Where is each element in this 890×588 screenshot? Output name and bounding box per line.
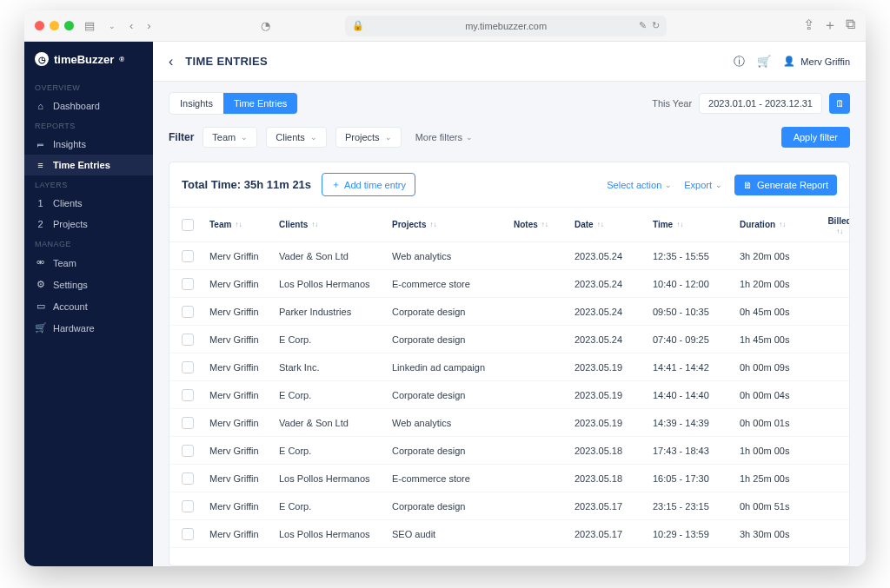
chevron-down-icon: ⌄ xyxy=(466,133,473,142)
sort-icon: ↑↓ xyxy=(429,222,436,227)
cell-time: 17:43 - 18:43 xyxy=(653,446,740,456)
user-name: Merv Griffin xyxy=(800,56,850,67)
col-notes[interactable]: Notes↑↓ xyxy=(514,220,575,229)
sort-icon: ↑↓ xyxy=(311,222,318,227)
sort-icon: ↑↓ xyxy=(541,222,548,227)
col-duration[interactable]: Duration↑↓ xyxy=(740,220,818,229)
cell-duration: 1h 25m 00s xyxy=(740,473,818,484)
add-time-entry-button[interactable]: ＋Add time entry xyxy=(322,173,415,196)
col-projects[interactable]: Projects↑↓ xyxy=(392,220,514,229)
tab-insights[interactable]: Insights xyxy=(169,93,223,114)
sidebar: ◷ timeBuzzer® OVERVIEW⌂DashboardREPORTS⫭… xyxy=(24,42,153,566)
shield-icon[interactable]: ◔ xyxy=(257,19,274,32)
help-icon[interactable]: ⓘ xyxy=(734,54,745,69)
filter-team[interactable]: Team⌄ xyxy=(203,127,257,148)
row-checkbox[interactable] xyxy=(182,445,194,457)
share-icon[interactable]: ⇪ xyxy=(803,17,814,35)
table-row[interactable]: Merv GriffinLos Pollos HermanosE-commerc… xyxy=(169,465,849,492)
tab-time-entries[interactable]: Time Entries xyxy=(223,93,297,114)
cell-project: Corporate design xyxy=(392,334,514,345)
nav-section: MANAGE xyxy=(24,235,153,252)
nav-icon: 🛒 xyxy=(35,322,46,334)
filter-clients[interactable]: Clients⌄ xyxy=(266,127,327,148)
sidebar-toggle-icon[interactable]: ▤ xyxy=(81,19,98,32)
row-checkbox[interactable] xyxy=(182,361,194,373)
tabs-icon[interactable]: ⧉ xyxy=(846,17,855,35)
row-checkbox[interactable] xyxy=(182,389,194,401)
back-icon[interactable]: ‹ xyxy=(126,19,136,32)
row-checkbox[interactable] xyxy=(182,417,194,429)
sidebar-item-insights[interactable]: ⫭Insights xyxy=(24,134,153,155)
back-button[interactable]: ‹ xyxy=(169,54,173,69)
table-row[interactable]: Merv GriffinParker IndustriesCorporate d… xyxy=(169,298,849,326)
col-time[interactable]: Time↑↓ xyxy=(653,220,740,229)
row-checkbox[interactable] xyxy=(182,306,194,318)
table-row[interactable]: Merv GriffinE Corp.Corporate design2023.… xyxy=(169,381,849,409)
cell-team: Merv Griffin xyxy=(209,390,279,400)
brand[interactable]: ◷ timeBuzzer® xyxy=(24,42,153,78)
cell-project: E-commerce store xyxy=(392,279,514,289)
cell-team: Merv Griffin xyxy=(209,529,279,539)
select-all-checkbox[interactable] xyxy=(182,219,194,231)
table-row[interactable]: Merv GriffinLos Pollos HermanosSEO audit… xyxy=(169,520,849,548)
cell-date: 2023.05.19 xyxy=(575,362,653,373)
export-dropdown[interactable]: Export⌄ xyxy=(684,180,722,190)
sidebar-item-projects[interactable]: 2Projects xyxy=(24,214,153,235)
cell-project: Corporate design xyxy=(392,390,514,400)
col-date[interactable]: Date↑↓ xyxy=(575,220,653,229)
new-tab-icon[interactable]: ＋ xyxy=(823,17,837,35)
chevron-down-icon: ⌄ xyxy=(310,133,317,142)
row-checkbox[interactable] xyxy=(182,500,194,512)
more-filters[interactable]: More filters⌄ xyxy=(415,132,473,142)
page-title: TIME ENTRIES xyxy=(185,55,268,68)
sidebar-item-label: Settings xyxy=(53,280,88,290)
cell-team: Merv Griffin xyxy=(209,362,279,373)
chevron-down-icon[interactable]: ⌄ xyxy=(105,22,119,30)
generate-report-button[interactable]: 🗎Generate Report xyxy=(734,175,837,195)
select-action-dropdown[interactable]: Select action⌄ xyxy=(607,180,672,190)
col-clients[interactable]: Clients↑↓ xyxy=(279,220,392,229)
cell-client: Parker Industries xyxy=(279,307,392,317)
sidebar-item-hardware[interactable]: 🛒Hardware xyxy=(24,317,153,339)
row-checkbox[interactable] xyxy=(182,472,194,485)
cell-time: 07:40 - 09:25 xyxy=(653,334,740,345)
user-menu[interactable]: 👤 Merv Griffin xyxy=(783,56,850,67)
table-row[interactable]: Merv GriffinE Corp.Corporate design2023.… xyxy=(169,326,849,353)
table-row[interactable]: Merv GriffinStark Inc.Linkedin ad campai… xyxy=(169,353,849,381)
cell-date: 2023.05.24 xyxy=(575,334,653,345)
apply-filter-button[interactable]: Apply filter xyxy=(781,127,850,148)
table-row[interactable]: Merv GriffinE Corp.Corporate design2023.… xyxy=(169,492,849,520)
forward-icon[interactable]: › xyxy=(143,19,154,32)
row-checkbox[interactable] xyxy=(182,278,194,290)
sidebar-item-clients[interactable]: 1Clients xyxy=(24,193,153,214)
table-row[interactable]: Merv GriffinE Corp.Corporate design2023.… xyxy=(169,437,849,465)
chevron-down-icon: ⌄ xyxy=(715,181,722,189)
date-range-picker[interactable]: 2023.01.01 - 2023.12.31 xyxy=(699,93,822,114)
address-bar[interactable]: 🔒 my.timebuzzer.com ✎↻ xyxy=(345,16,667,36)
reload-icon[interactable]: ↻ xyxy=(652,20,660,31)
sidebar-item-team[interactable]: ⚮Team xyxy=(24,252,153,274)
row-checkbox[interactable] xyxy=(182,250,194,262)
cell-team: Merv Griffin xyxy=(209,307,279,317)
sidebar-item-time-entries[interactable]: ≡Time Entries xyxy=(24,155,153,175)
table-row[interactable]: Merv GriffinVader & Son LtdWeb analytics… xyxy=(169,409,849,437)
cart-icon[interactable]: 🛒 xyxy=(757,55,771,68)
brand-icon: ◷ xyxy=(35,52,49,66)
table-row[interactable]: Merv GriffinVader & Son LtdWeb analytics… xyxy=(169,242,849,270)
sidebar-item-account[interactable]: ▭Account xyxy=(24,295,153,317)
filter-projects[interactable]: Projects⌄ xyxy=(335,127,402,148)
row-checkbox[interactable] xyxy=(182,528,194,540)
table-row[interactable]: Merv GriffinLos Pollos HermanosE-commerc… xyxy=(169,270,849,298)
sidebar-item-settings[interactable]: ⚙Settings xyxy=(24,274,153,295)
col-team[interactable]: Team↑↓ xyxy=(209,220,279,229)
window-close-icon[interactable] xyxy=(35,21,44,30)
sidebar-item-dashboard[interactable]: ⌂Dashboard xyxy=(24,96,153,116)
cell-date: 2023.05.24 xyxy=(575,307,653,317)
window-minimize-icon[interactable] xyxy=(50,21,59,30)
row-checkbox[interactable] xyxy=(182,334,194,346)
col-billed[interactable]: Billed↑↓ xyxy=(818,216,850,234)
calendar-icon[interactable]: 🗓 xyxy=(829,93,850,114)
translate-icon[interactable]: ✎ xyxy=(639,20,647,31)
window-zoom-icon[interactable] xyxy=(64,21,74,30)
cell-project: SEO audit xyxy=(392,529,514,539)
